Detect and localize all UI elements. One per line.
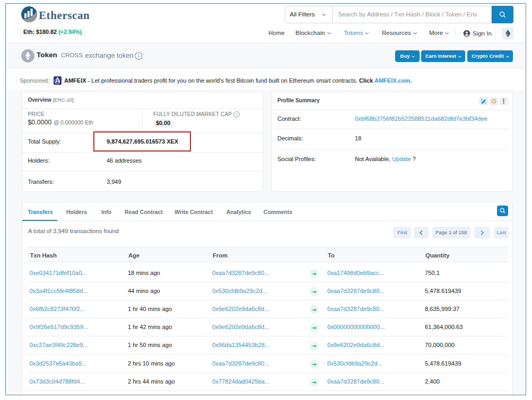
svg-text:?: ? xyxy=(236,112,238,117)
